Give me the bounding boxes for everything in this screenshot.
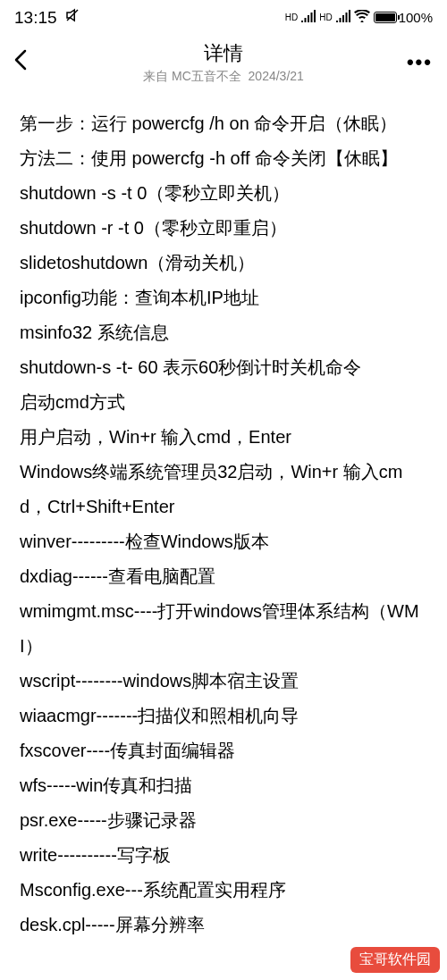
content-line: fxscover----传真封面编辑器 xyxy=(20,733,427,768)
status-time: 13:15 xyxy=(14,8,57,28)
content-line: msinfo32 系统信息 xyxy=(20,315,427,350)
content-line: slidetoshutdown（滑动关机） xyxy=(20,246,427,281)
content-line: wmimgmt.msc----打开windows管理体系结构（WMI） xyxy=(20,594,427,664)
content-line: 启动cmd方式 xyxy=(20,385,427,420)
status-left: 13:15 xyxy=(14,7,80,28)
content-line: psr.exe-----步骤记录器 xyxy=(20,803,427,838)
content-line: Msconfig.exe---系统配置实用程序 xyxy=(20,873,427,908)
battery-icon xyxy=(374,12,397,23)
header: 详情 来自 MC五音不全 2024/3/21 ••• xyxy=(0,31,447,90)
content-line: 用户启动，Win+r 输入cmd，Enter xyxy=(20,420,427,455)
hd-label-2: HD xyxy=(319,13,332,22)
more-button[interactable]: ••• xyxy=(406,51,433,74)
back-button[interactable] xyxy=(14,48,41,77)
battery: 100% xyxy=(374,10,433,25)
status-bar: 13:15 HD HD 100% xyxy=(0,0,447,31)
content-line: winver---------检查Windows版本 xyxy=(20,524,427,559)
content-line: 方法二：使用 powercfg -h off 命令关闭【休眠】 xyxy=(20,141,427,176)
content-line: write----------写字板 xyxy=(20,838,427,873)
content-line: Windows终端系统管理员32启动，Win+r 输入cmd，Ctrl+Shif… xyxy=(20,455,427,524)
header-center: 详情 来自 MC五音不全 2024/3/21 xyxy=(41,40,406,85)
page-title: 详情 xyxy=(41,40,406,67)
hd-label-1: HD xyxy=(285,13,298,22)
signal-icon-2 xyxy=(336,10,350,25)
watermark: 宝哥软件园 xyxy=(350,947,440,973)
article-content: 第一步：运行 powercfg /h on 命令开启（休眠）方法二：使用 pow… xyxy=(0,90,447,942)
status-right: HD HD 100% xyxy=(285,10,433,25)
content-line: 第一步：运行 powercfg /h on 命令开启（休眠） xyxy=(20,106,427,141)
mute-icon xyxy=(64,7,80,28)
content-line: dxdiag------查看电脑配置 xyxy=(20,559,427,594)
content-line: wfs-----win传真和扫描 xyxy=(20,768,427,803)
content-line: shutdown -s -t 0（零秒立即关机） xyxy=(20,176,427,211)
content-line: desk.cpl-----屏幕分辨率 xyxy=(20,908,427,942)
content-line: shutdown -r -t 0（零秒立即重启） xyxy=(20,211,427,246)
content-line: shutdown-s -t- 60 表示60秒倒计时关机命令 xyxy=(20,350,427,385)
content-line: wscript--------windows脚本宿主设置 xyxy=(20,664,427,699)
signal-icon-1 xyxy=(301,10,316,25)
content-line: wiaacmgr-------扫描仪和照相机向导 xyxy=(20,699,427,733)
battery-percent: 100% xyxy=(399,10,433,25)
page-subtitle: 来自 MC五音不全 2024/3/21 xyxy=(41,69,406,85)
wifi-icon xyxy=(354,10,370,25)
content-line: ipconfig功能：查询本机IP地址 xyxy=(20,281,427,315)
